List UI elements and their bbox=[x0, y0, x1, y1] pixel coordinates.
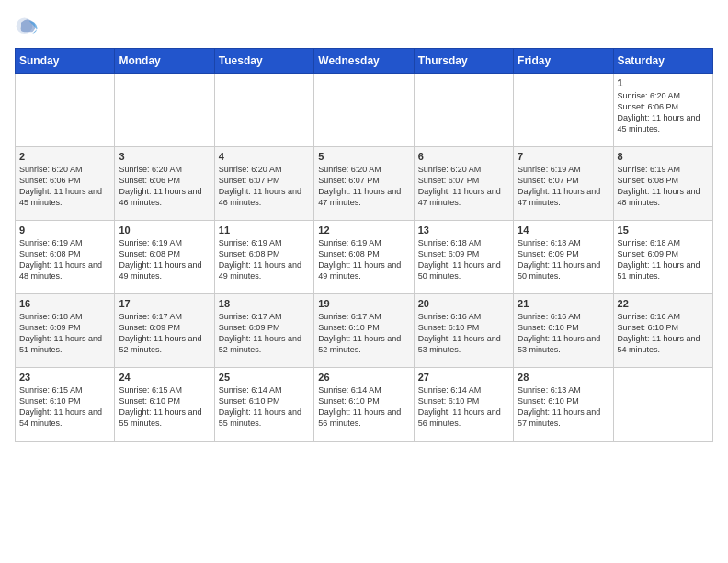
day-info: Sunrise: 6:18 AM Sunset: 6:09 PM Dayligh… bbox=[418, 237, 509, 282]
day-number: 4 bbox=[219, 151, 310, 162]
day-number: 10 bbox=[119, 224, 210, 236]
day-number: 22 bbox=[618, 298, 709, 309]
day-info: Sunrise: 6:18 AM Sunset: 6:09 PM Dayligh… bbox=[618, 237, 709, 282]
day-number: 3 bbox=[119, 151, 210, 162]
calendar-cell: 28Sunrise: 6:13 AM Sunset: 6:10 PM Dayli… bbox=[514, 368, 613, 442]
day-info: Sunrise: 6:16 AM Sunset: 6:10 PM Dayligh… bbox=[618, 311, 709, 356]
day-number: 12 bbox=[318, 224, 409, 236]
weekday-row: SundayMondayTuesdayWednesdayThursdayFrid… bbox=[16, 49, 713, 74]
day-number: 13 bbox=[418, 224, 509, 236]
day-number: 25 bbox=[219, 372, 310, 383]
day-number: 20 bbox=[418, 298, 509, 309]
calendar-cell bbox=[214, 74, 313, 147]
week-row-4: 23Sunrise: 6:15 AM Sunset: 6:10 PM Dayli… bbox=[16, 368, 713, 442]
calendar-cell: 18Sunrise: 6:17 AM Sunset: 6:09 PM Dayli… bbox=[214, 294, 313, 368]
day-info: Sunrise: 6:19 AM Sunset: 6:08 PM Dayligh… bbox=[119, 237, 210, 282]
calendar-cell bbox=[414, 74, 513, 147]
calendar-cell: 10Sunrise: 6:19 AM Sunset: 6:08 PM Dayli… bbox=[115, 221, 214, 294]
calendar-cell: 12Sunrise: 6:19 AM Sunset: 6:08 PM Dayli… bbox=[314, 221, 414, 294]
week-row-0: 1Sunrise: 6:20 AM Sunset: 6:06 PM Daylig… bbox=[16, 74, 713, 147]
day-info: Sunrise: 6:19 AM Sunset: 6:08 PM Dayligh… bbox=[318, 237, 409, 282]
weekday-header-tuesday: Tuesday bbox=[214, 49, 313, 74]
calendar-cell bbox=[613, 368, 712, 442]
day-number: 2 bbox=[19, 151, 110, 162]
calendar-cell: 11Sunrise: 6:19 AM Sunset: 6:08 PM Dayli… bbox=[214, 221, 313, 294]
page-header bbox=[15, 15, 713, 40]
day-info: Sunrise: 6:14 AM Sunset: 6:10 PM Dayligh… bbox=[318, 385, 409, 430]
calendar-cell: 4Sunrise: 6:20 AM Sunset: 6:07 PM Daylig… bbox=[214, 147, 313, 221]
calendar-body: 1Sunrise: 6:20 AM Sunset: 6:06 PM Daylig… bbox=[16, 74, 713, 442]
day-number: 6 bbox=[418, 151, 509, 162]
day-number: 18 bbox=[219, 298, 310, 309]
day-info: Sunrise: 6:17 AM Sunset: 6:09 PM Dayligh… bbox=[219, 311, 310, 356]
day-number: 14 bbox=[518, 224, 609, 236]
day-info: Sunrise: 6:16 AM Sunset: 6:10 PM Dayligh… bbox=[518, 311, 609, 356]
day-info: Sunrise: 6:15 AM Sunset: 6:10 PM Dayligh… bbox=[119, 385, 210, 430]
day-number: 5 bbox=[318, 151, 409, 162]
calendar-cell: 6Sunrise: 6:20 AM Sunset: 6:07 PM Daylig… bbox=[414, 147, 513, 221]
calendar-header: SundayMondayTuesdayWednesdayThursdayFrid… bbox=[16, 49, 713, 74]
calendar-table: SundayMondayTuesdayWednesdayThursdayFrid… bbox=[15, 48, 713, 442]
day-number: 28 bbox=[518, 372, 609, 383]
day-info: Sunrise: 6:20 AM Sunset: 6:07 PM Dayligh… bbox=[418, 164, 509, 209]
day-info: Sunrise: 6:13 AM Sunset: 6:10 PM Dayligh… bbox=[518, 385, 609, 430]
day-info: Sunrise: 6:19 AM Sunset: 6:08 PM Dayligh… bbox=[19, 237, 110, 282]
day-info: Sunrise: 6:19 AM Sunset: 6:08 PM Dayligh… bbox=[618, 164, 709, 209]
day-info: Sunrise: 6:20 AM Sunset: 6:07 PM Dayligh… bbox=[318, 164, 409, 209]
calendar-cell: 20Sunrise: 6:16 AM Sunset: 6:10 PM Dayli… bbox=[414, 294, 513, 368]
day-number: 15 bbox=[618, 224, 709, 236]
day-info: Sunrise: 6:18 AM Sunset: 6:09 PM Dayligh… bbox=[19, 311, 110, 356]
day-number: 1 bbox=[618, 77, 709, 88]
day-info: Sunrise: 6:19 AM Sunset: 6:07 PM Dayligh… bbox=[518, 164, 609, 209]
day-number: 24 bbox=[119, 372, 210, 383]
calendar-cell: 21Sunrise: 6:16 AM Sunset: 6:10 PM Dayli… bbox=[514, 294, 613, 368]
week-row-2: 9Sunrise: 6:19 AM Sunset: 6:08 PM Daylig… bbox=[16, 221, 713, 294]
day-info: Sunrise: 6:20 AM Sunset: 6:07 PM Dayligh… bbox=[219, 164, 310, 209]
day-number: 17 bbox=[119, 298, 210, 309]
calendar-cell: 25Sunrise: 6:14 AM Sunset: 6:10 PM Dayli… bbox=[214, 368, 313, 442]
day-info: Sunrise: 6:20 AM Sunset: 6:06 PM Dayligh… bbox=[19, 164, 110, 209]
day-number: 27 bbox=[418, 372, 509, 383]
calendar-cell: 23Sunrise: 6:15 AM Sunset: 6:10 PM Dayli… bbox=[16, 368, 115, 442]
day-info: Sunrise: 6:17 AM Sunset: 6:09 PM Dayligh… bbox=[119, 311, 210, 356]
weekday-header-monday: Monday bbox=[115, 49, 214, 74]
day-info: Sunrise: 6:18 AM Sunset: 6:09 PM Dayligh… bbox=[518, 237, 609, 282]
calendar-cell: 8Sunrise: 6:19 AM Sunset: 6:08 PM Daylig… bbox=[613, 147, 712, 221]
day-info: Sunrise: 6:17 AM Sunset: 6:10 PM Dayligh… bbox=[318, 311, 409, 356]
calendar-cell bbox=[314, 74, 414, 147]
day-info: Sunrise: 6:14 AM Sunset: 6:10 PM Dayligh… bbox=[219, 385, 310, 430]
day-info: Sunrise: 6:15 AM Sunset: 6:10 PM Dayligh… bbox=[19, 385, 110, 430]
day-number: 9 bbox=[19, 224, 110, 236]
calendar-cell: 14Sunrise: 6:18 AM Sunset: 6:09 PM Dayli… bbox=[514, 221, 613, 294]
calendar-cell: 13Sunrise: 6:18 AM Sunset: 6:09 PM Dayli… bbox=[414, 221, 513, 294]
logo-icon bbox=[15, 15, 40, 40]
calendar-cell: 7Sunrise: 6:19 AM Sunset: 6:07 PM Daylig… bbox=[514, 147, 613, 221]
day-number: 23 bbox=[19, 372, 110, 383]
logo bbox=[15, 15, 44, 40]
calendar-cell: 24Sunrise: 6:15 AM Sunset: 6:10 PM Dayli… bbox=[115, 368, 214, 442]
calendar-cell bbox=[514, 74, 613, 147]
day-number: 19 bbox=[318, 298, 409, 309]
calendar-cell: 26Sunrise: 6:14 AM Sunset: 6:10 PM Dayli… bbox=[314, 368, 414, 442]
day-number: 7 bbox=[518, 151, 609, 162]
calendar-cell: 5Sunrise: 6:20 AM Sunset: 6:07 PM Daylig… bbox=[314, 147, 414, 221]
calendar-cell: 15Sunrise: 6:18 AM Sunset: 6:09 PM Dayli… bbox=[613, 221, 712, 294]
day-info: Sunrise: 6:16 AM Sunset: 6:10 PM Dayligh… bbox=[418, 311, 509, 356]
weekday-header-friday: Friday bbox=[514, 49, 613, 74]
weekday-header-wednesday: Wednesday bbox=[314, 49, 414, 74]
calendar-cell: 22Sunrise: 6:16 AM Sunset: 6:10 PM Dayli… bbox=[613, 294, 712, 368]
day-info: Sunrise: 6:14 AM Sunset: 6:10 PM Dayligh… bbox=[418, 385, 509, 430]
week-row-3: 16Sunrise: 6:18 AM Sunset: 6:09 PM Dayli… bbox=[16, 294, 713, 368]
calendar-cell bbox=[115, 74, 214, 147]
day-info: Sunrise: 6:20 AM Sunset: 6:06 PM Dayligh… bbox=[618, 90, 709, 135]
weekday-header-thursday: Thursday bbox=[414, 49, 513, 74]
weekday-header-sunday: Sunday bbox=[16, 49, 115, 74]
day-number: 21 bbox=[518, 298, 609, 309]
calendar-cell: 19Sunrise: 6:17 AM Sunset: 6:10 PM Dayli… bbox=[314, 294, 414, 368]
calendar-cell: 9Sunrise: 6:19 AM Sunset: 6:08 PM Daylig… bbox=[16, 221, 115, 294]
calendar-cell: 17Sunrise: 6:17 AM Sunset: 6:09 PM Dayli… bbox=[115, 294, 214, 368]
weekday-header-saturday: Saturday bbox=[613, 49, 712, 74]
day-number: 26 bbox=[318, 372, 409, 383]
day-info: Sunrise: 6:19 AM Sunset: 6:08 PM Dayligh… bbox=[219, 237, 310, 282]
calendar-cell: 2Sunrise: 6:20 AM Sunset: 6:06 PM Daylig… bbox=[16, 147, 115, 221]
